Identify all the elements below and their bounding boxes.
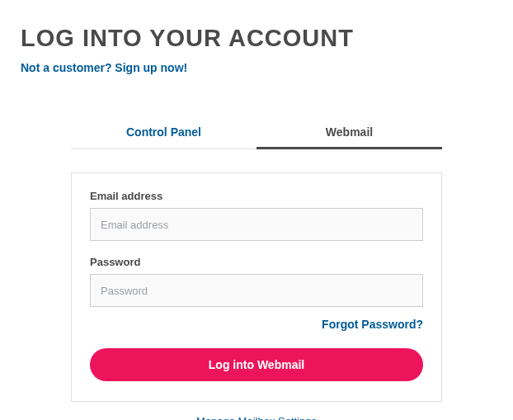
manage-mailbox-link[interactable]: Manage Mailbox Settings [196, 415, 317, 420]
tab-control-panel[interactable]: Control Panel [71, 116, 256, 149]
login-submit-button[interactable]: Log into Webmail [90, 348, 423, 381]
email-label: Email address [90, 190, 423, 202]
forgot-password-link[interactable]: Forgot Password? [322, 318, 423, 331]
signup-link[interactable]: Not a customer? Sign up now! [21, 61, 187, 74]
manage-link-row: Manage Mailbox Settings [71, 413, 442, 420]
login-form-panel: Email address Password Forgot Password? … [71, 172, 442, 402]
login-container: Control Panel Webmail Email address Pass… [71, 116, 442, 420]
forgot-row: Forgot Password? [90, 317, 423, 332]
page-title: LOG INTO YOUR ACCOUNT [21, 25, 492, 52]
tab-bar: Control Panel Webmail [71, 116, 442, 149]
email-field[interactable] [90, 208, 423, 241]
password-field[interactable] [90, 274, 423, 307]
tab-webmail[interactable]: Webmail [256, 116, 442, 149]
password-label: Password [90, 256, 423, 268]
